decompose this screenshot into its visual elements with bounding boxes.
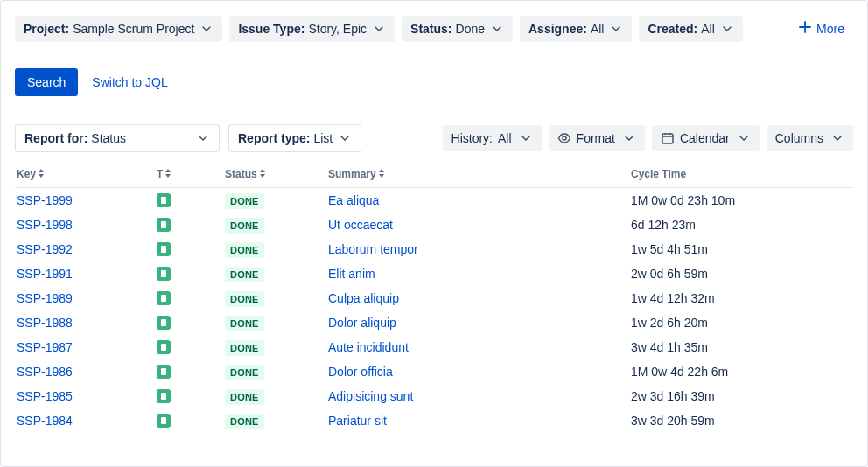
status-badge: DONE [225, 291, 264, 307]
story-type-icon [157, 242, 171, 256]
story-type-icon [157, 365, 171, 379]
issue-key-link[interactable]: SSP-1987 [17, 340, 73, 354]
switch-to-jql-link[interactable]: Switch to JQL [92, 75, 167, 89]
table-row: SSP-1999DONEEa aliqua1M 0w 0d 23h 10m [15, 188, 853, 213]
sort-icon [38, 168, 45, 180]
chevron-down-icon [490, 22, 504, 36]
svg-rect-4 [161, 246, 166, 253]
filter-project-label: Project: [24, 22, 69, 36]
report-type-dropdown[interactable]: Report type: List [228, 124, 361, 152]
issue-key-link[interactable]: SSP-1991 [17, 267, 73, 281]
svg-rect-5 [161, 270, 166, 277]
col-header-cycle-time[interactable]: Cycle Time [629, 163, 853, 188]
col-header-cycle-time-label: Cycle Time [631, 168, 686, 180]
story-type-icon [157, 316, 171, 330]
status-badge: DONE [225, 193, 264, 209]
cycle-time-value: 1w 5d 4h 51m [629, 237, 853, 261]
history-dropdown[interactable]: History: All [443, 125, 542, 151]
chevron-down-icon [830, 131, 844, 145]
table-row: SSP-1998DONEUt occaecat6d 12h 23m [15, 213, 853, 237]
cycle-time-value: 1M 0w 4d 22h 6m [629, 359, 853, 384]
cycle-time-value: 3w 4d 1h 35m [629, 335, 853, 359]
format-button[interactable]: Format [549, 125, 645, 151]
col-header-key-label: Key [17, 168, 36, 180]
issue-key-link[interactable]: SSP-1986 [17, 365, 73, 379]
issue-summary-link[interactable]: Dolor aliquip [328, 316, 396, 330]
issue-summary-link[interactable]: Dolor officia [328, 365, 393, 379]
issue-summary-link[interactable]: Pariatur sit [328, 414, 387, 428]
format-label: Format [577, 131, 615, 145]
chevron-down-icon [737, 131, 751, 145]
filter-assignee-label: Assignee: [528, 22, 587, 36]
filter-project[interactable]: Project: Sample Scrum Project [15, 16, 222, 42]
chevron-down-icon [519, 131, 533, 145]
filter-issue-type-label: Issue Type: [238, 22, 304, 36]
story-type-icon [157, 193, 171, 207]
action-row: Search Switch to JQL [1, 42, 867, 96]
toolbar-row: Report for: Status Report type: List His… [1, 96, 867, 163]
table-row: SSP-1985DONEAdipisicing sunt2w 3d 16h 39… [15, 384, 853, 408]
story-type-icon [157, 340, 171, 354]
status-badge: DONE [225, 218, 264, 234]
svg-rect-9 [161, 368, 166, 375]
cycle-time-value: 1M 0w 0d 23h 10m [629, 188, 853, 213]
issue-key-link[interactable]: SSP-1984 [17, 414, 73, 428]
svg-rect-2 [161, 197, 166, 204]
filter-created-label: Created: [648, 22, 697, 36]
issue-key-link[interactable]: SSP-1988 [17, 316, 73, 330]
col-header-type[interactable]: T [155, 163, 223, 188]
report-for-dropdown[interactable]: Report for: Status [15, 124, 220, 152]
filter-more[interactable]: More [790, 15, 853, 42]
issue-summary-link[interactable]: Ea aliqua [328, 193, 379, 207]
issue-key-link[interactable]: SSP-1985 [17, 389, 73, 403]
results-table: Key T Status [15, 163, 853, 433]
chevron-down-icon [338, 131, 352, 145]
history-value: All [498, 131, 512, 145]
col-header-key[interactable]: Key [15, 163, 155, 188]
filter-issue-type[interactable]: Issue Type: Story, Epic [229, 16, 395, 42]
report-for-value: Status [91, 131, 126, 145]
issue-summary-link[interactable]: Ut occaecat [328, 218, 393, 232]
columns-button[interactable]: Columns [766, 125, 853, 151]
col-header-type-label: T [157, 168, 163, 180]
col-header-status-label: Status [225, 168, 257, 180]
status-badge: DONE [225, 267, 264, 282]
col-header-summary-label: Summary [328, 168, 376, 180]
issue-summary-link[interactable]: Culpa aliquip [328, 291, 399, 305]
report-type-label: Report type: [238, 131, 310, 145]
issue-summary-link[interactable]: Aute incididunt [328, 340, 409, 354]
chevron-down-icon [196, 131, 210, 145]
table-row: SSP-1989DONECulpa aliquip1w 4d 12h 32m [15, 286, 853, 310]
issue-key-link[interactable]: SSP-1989 [17, 291, 73, 305]
issue-summary-link[interactable]: Adipisicing sunt [328, 389, 413, 403]
results-table-wrap: Key T Status [1, 163, 867, 433]
filter-assignee-value: All [591, 22, 605, 36]
filter-project-value: Sample Scrum Project [73, 22, 194, 36]
status-badge: DONE [225, 242, 264, 258]
filter-status[interactable]: Status: Done [402, 16, 513, 42]
story-type-icon [157, 414, 171, 428]
issue-key-link[interactable]: SSP-1999 [17, 193, 73, 207]
calendar-icon [661, 131, 675, 145]
col-header-summary[interactable]: Summary [326, 163, 629, 188]
table-row: SSP-1988DONEDolor aliquip1w 2d 6h 20m [15, 310, 853, 335]
columns-label: Columns [775, 131, 823, 145]
issue-key-link[interactable]: SSP-1992 [17, 242, 73, 256]
status-badge: DONE [225, 340, 264, 356]
table-row: SSP-1992DONELaborum tempor1w 5d 4h 51m [15, 237, 853, 261]
filter-created[interactable]: Created: All [639, 16, 742, 42]
filter-assignee[interactable]: Assignee: All [520, 16, 632, 42]
table-row: SSP-1986DONEDolor officia1M 0w 4d 22h 6m [15, 359, 853, 384]
issue-summary-link[interactable]: Elit anim [328, 267, 375, 281]
cycle-time-value: 2w 0d 6h 59m [629, 261, 853, 286]
col-header-status[interactable]: Status [223, 163, 326, 188]
issue-summary-link[interactable]: Laborum tempor [328, 242, 418, 256]
calendar-button[interactable]: Calendar [652, 125, 760, 151]
chevron-down-icon [200, 22, 214, 36]
issue-key-link[interactable]: SSP-1998 [17, 218, 73, 232]
chevron-down-icon [372, 22, 386, 36]
status-badge: DONE [225, 389, 264, 405]
cycle-time-value: 2w 3d 16h 39m [629, 384, 853, 408]
search-button[interactable]: Search [15, 68, 78, 96]
svg-rect-1 [662, 134, 673, 143]
